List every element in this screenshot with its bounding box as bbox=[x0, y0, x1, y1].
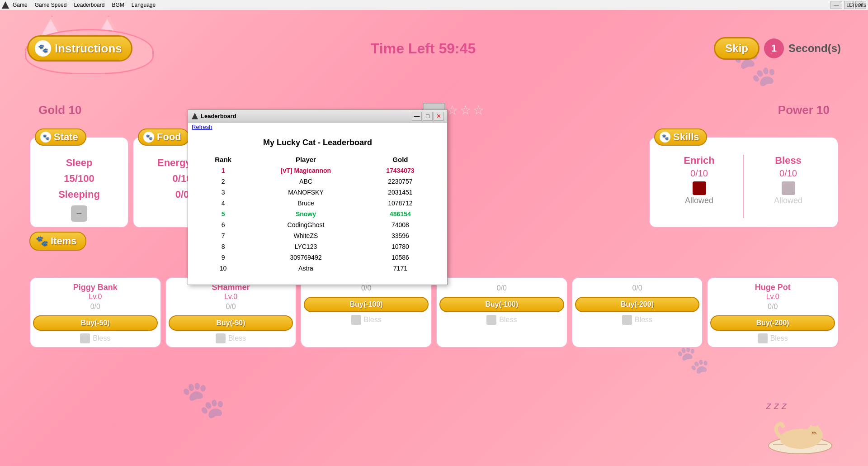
item-5-bless: Bless bbox=[575, 315, 700, 325]
lb-player-4: Bruce bbox=[247, 198, 364, 209]
lb-gold-1: 17434073 bbox=[364, 165, 436, 176]
item-shammer-lv: Lv.0 bbox=[169, 293, 293, 301]
state-panel: 🐾 State Sleep 15/100 Sleeping − bbox=[29, 137, 129, 228]
food-label-text: Food bbox=[157, 131, 181, 143]
item-3-buy[interactable]: Buy(-100) bbox=[304, 297, 429, 312]
instructions-paw-icon: 🐾 bbox=[35, 40, 51, 57]
food-label: 🐾 Food bbox=[138, 128, 189, 146]
state-hp: 15/100 bbox=[36, 171, 123, 186]
instructions-button[interactable]: 🐾 Instructions bbox=[27, 35, 132, 62]
lb-player-7: WhiteZS bbox=[247, 230, 364, 241]
item-3-count: 0/0 bbox=[304, 284, 429, 292]
instructions-label: Instructions bbox=[55, 42, 122, 56]
lb-rank-7: 7 bbox=[199, 230, 247, 241]
lb-title-text: Leaderboard bbox=[201, 113, 236, 119]
header: 🐾 Instructions Time Left 59:45 Skip 1 Se… bbox=[27, 30, 841, 67]
skip-area: Skip 1 Second(s) bbox=[714, 37, 841, 60]
item-piggybank-lv: Lv.0 bbox=[33, 293, 158, 301]
bless-label-2: Bless bbox=[364, 316, 382, 324]
item-shammer-buy[interactable]: Buy(-50) bbox=[169, 315, 293, 331]
sleeping-cat bbox=[764, 412, 836, 457]
lb-rank-9: 9 bbox=[199, 252, 247, 263]
item-piggybank-buy[interactable]: Buy(-50) bbox=[33, 315, 158, 331]
skill-bless-col: Bless 0/10 Allowed bbox=[744, 151, 832, 222]
lb-player-6: CodingGhost bbox=[247, 219, 364, 230]
lb-close-button[interactable]: ✕ bbox=[434, 112, 443, 121]
item-shammer-count: 0/0 bbox=[169, 303, 293, 311]
menu-game[interactable]: Game bbox=[13, 2, 28, 8]
skip-number: 1 bbox=[764, 38, 784, 58]
items-label-text: Items bbox=[51, 235, 76, 247]
lb-row-8: 8LYC12310780 bbox=[199, 241, 436, 252]
bless-label-3: Bless bbox=[499, 316, 517, 324]
item-5-count: 0/0 bbox=[575, 284, 700, 292]
lb-player-1: [vT] Magicannon bbox=[247, 165, 364, 176]
skills-label-text: Skills bbox=[673, 131, 699, 143]
skills-panel: 🐾 Skills Enrich 0/10 Allowed Bless 0/10 … bbox=[649, 137, 839, 228]
item-hugepot-buy[interactable]: Buy(-200) bbox=[710, 315, 835, 331]
lb-rank-2: 2 bbox=[199, 176, 247, 187]
lb-game-title: My Lucky Cat - Leaderboard bbox=[199, 138, 436, 147]
item-4-buy[interactable]: Buy(-100) bbox=[439, 297, 564, 312]
lb-row-5: 5Snowy486154 bbox=[199, 209, 436, 219]
gold-display: Gold 10 bbox=[38, 103, 81, 117]
star-5: ☆ bbox=[473, 103, 484, 118]
star-3: ☆ bbox=[447, 103, 458, 118]
col-player: Player bbox=[247, 154, 364, 165]
state-value: Sleep 15/100 Sleeping bbox=[36, 155, 123, 203]
app-icon bbox=[2, 1, 9, 9]
item-hugepot: Huge Pot Lv.0 0/0 Buy(-200) Bless bbox=[707, 277, 839, 348]
lb-minimize-button[interactable]: — bbox=[412, 112, 422, 121]
item-hugepot-lv: Lv.0 bbox=[710, 293, 835, 301]
skip-button[interactable]: Skip bbox=[714, 37, 760, 60]
lb-maximize-button[interactable]: □ bbox=[423, 112, 433, 121]
item-5-buy[interactable]: Buy(-200) bbox=[575, 297, 700, 312]
state-sleep: Sleep bbox=[36, 155, 123, 171]
lb-body: My Lucky Cat - Leaderboard Rank Player G… bbox=[188, 131, 447, 285]
lb-gold-7: 33596 bbox=[364, 230, 436, 241]
items-grid: Piggy Bank Lv.0 0/0 Buy(-50) Bless SHamm… bbox=[29, 277, 839, 348]
lb-refresh-link[interactable]: Refresh bbox=[188, 123, 216, 131]
lb-player-3: MANOFSKY bbox=[247, 187, 364, 198]
item-piggybank-count: 0/0 bbox=[33, 303, 158, 311]
state-label: 🐾 State bbox=[35, 128, 86, 146]
menu-bgm[interactable]: BGM bbox=[112, 2, 124, 8]
item-shammer: SHammer Lv.0 0/0 Buy(-50) Bless bbox=[165, 277, 297, 348]
menu-language[interactable]: Language bbox=[132, 2, 156, 8]
lb-refresh-row: Refresh bbox=[188, 123, 447, 131]
skill-enrich-val: 0/10 bbox=[659, 168, 740, 179]
lb-row-1: 1[vT] Magicannon17434073 bbox=[199, 165, 436, 176]
lb-tbody: 1[vT] Magicannon174340732ABC22307573MANO… bbox=[199, 165, 436, 274]
lb-player-5: Snowy bbox=[247, 209, 364, 219]
skill-enrich-col: Enrich 0/10 Allowed bbox=[655, 151, 743, 222]
state-status: Sleeping bbox=[36, 186, 123, 202]
bless-box-0 bbox=[80, 333, 90, 343]
minimize-button[interactable]: — bbox=[830, 1, 842, 9]
menu-gamespeed[interactable]: Game Speed bbox=[35, 2, 67, 8]
credits-label: Credits bbox=[849, 2, 866, 8]
lb-rank-8: 8 bbox=[199, 241, 247, 252]
items-label: 🐾 Items bbox=[29, 232, 86, 251]
item-hugepot-bless: Bless bbox=[710, 333, 835, 343]
menu-leaderboard[interactable]: Leaderboard bbox=[74, 2, 104, 8]
lb-player-9: 309769492 bbox=[247, 252, 364, 263]
energy-minus-button[interactable]: − bbox=[71, 205, 87, 222]
skills-paw-icon: 🐾 bbox=[660, 132, 670, 143]
lb-rank-4: 4 bbox=[199, 198, 247, 209]
lb-gold-6: 74008 bbox=[364, 219, 436, 230]
lb-row-4: 4Bruce1078712 bbox=[199, 198, 436, 209]
lb-header-row: Rank Player Gold bbox=[199, 154, 436, 165]
bless-label-5: Bless bbox=[770, 334, 788, 342]
item-5: 0/0 Buy(-200) Bless bbox=[571, 277, 703, 348]
state-paw-icon: 🐾 bbox=[40, 132, 51, 143]
timer-text: Time Left 59:45 bbox=[371, 40, 476, 57]
lb-title-left: Leaderboard bbox=[192, 113, 236, 119]
lb-row-3: 3MANOFSKY2031451 bbox=[199, 187, 436, 198]
item-4: 0/0 Buy(-100) Bless bbox=[436, 277, 568, 348]
lb-title-icon bbox=[192, 113, 198, 119]
lb-rank-5: 5 bbox=[199, 209, 247, 219]
items-paw-icon: 🐾 bbox=[36, 235, 48, 247]
lb-window-controls: — □ ✕ bbox=[412, 112, 443, 121]
lb-row-2: 2ABC2230757 bbox=[199, 176, 436, 187]
item-hugepot-count: 0/0 bbox=[710, 303, 835, 311]
